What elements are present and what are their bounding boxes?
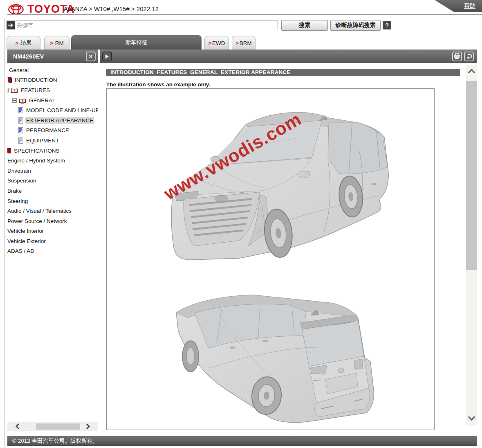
tree-item-adas-ad[interactable]: ADAS / AD <box>7 246 98 257</box>
tab-arrow-icon: > <box>50 40 53 46</box>
tab-results[interactable]: > 结果 <box>7 36 40 50</box>
hscroll-thumb[interactable] <box>36 423 80 430</box>
tree-item-vehicle-exterior[interactable]: Vehicle Exterior <box>7 236 98 246</box>
document-icon <box>18 117 23 124</box>
toyota-emblem-icon <box>8 4 24 15</box>
book-open-icon <box>11 87 18 93</box>
collapse-sidebar-icon[interactable] <box>102 52 112 61</box>
return-icon[interactable] <box>464 52 474 61</box>
tab-arrow-icon: > <box>235 40 239 46</box>
tree-item-steering[interactable]: Steering <box>7 196 98 206</box>
tab-rm[interactable]: > RM <box>44 36 69 50</box>
tab-ncf-label: 新车特征 <box>126 39 148 46</box>
tab-brm[interactable]: > BRM <box>232 36 256 50</box>
manual-id-title: NM4260EV <box>13 53 44 60</box>
scroll-left-icon[interactable] <box>15 423 20 430</box>
document-icon <box>18 127 23 133</box>
breadcrumb: AVANZA > W10# ,W15# > 2022.12 <box>64 5 159 12</box>
expander-minus-icon[interactable] <box>12 98 17 103</box>
document-content: INTRODUCTION FEATURES GENERAL EXTERIOR A… <box>100 63 466 434</box>
document-icon <box>18 107 23 113</box>
tree-item-features[interactable]: FEATURES <box>7 85 98 95</box>
tree-item-model-code[interactable]: MODEL CODE AND LINE-UP <box>7 105 98 115</box>
close-icon[interactable]: × <box>86 52 96 61</box>
content-vertical-scrollbar[interactable] <box>466 65 477 425</box>
tree-item-specifications[interactable]: SPECIFICATIONS <box>7 146 98 156</box>
tab-brm-label: BRM <box>240 40 252 46</box>
tree-item-introduction[interactable]: INTRODUCTION <box>7 75 98 86</box>
print-icon[interactable] <box>452 52 462 61</box>
vscroll-thumb[interactable] <box>466 81 477 270</box>
illustration-note: The illustration shows an example only. <box>106 81 210 88</box>
tab-ewd[interactable]: > EWD <box>204 36 229 50</box>
expander-minus-icon[interactable] <box>7 88 9 92</box>
help-link[interactable]: 帮助 <box>464 2 475 10</box>
dtc-search-button[interactable]: 诊断故障码搜索 <box>330 20 381 31</box>
tab-ewd-label: EWD <box>212 40 225 46</box>
search-help-button[interactable]: ? <box>383 21 391 29</box>
sidebar-horizontal-scrollbar[interactable] <box>7 422 98 431</box>
help-tab[interactable]: 帮助 <box>435 0 482 12</box>
navigation-tree: General INTRODUCTION FE <box>7 63 98 256</box>
tree-item-suspension[interactable]: Suspension <box>7 176 98 186</box>
tree-item-general-root[interactable]: General <box>7 65 98 75</box>
navigation-tree-panel: General INTRODUCTION FE <box>7 63 98 422</box>
tree-item-equipment[interactable]: EQUIPMENT <box>7 135 98 146</box>
search-go-icon[interactable] <box>7 21 15 29</box>
tree-item-drivetrain[interactable]: Drivetrain <box>7 166 98 176</box>
tab-arrow-icon: > <box>16 40 19 46</box>
book-closed-icon <box>7 148 11 154</box>
tab-new-car-features[interactable]: 新车特征 <box>71 35 202 50</box>
tree-item-general[interactable]: GENERAL <box>7 95 98 106</box>
tab-results-label: 结果 <box>20 39 31 47</box>
tree-item-audio-visual-telematics[interactable]: Audio / Visual / Telematics <box>7 206 98 216</box>
tab-arrow-icon: > <box>208 40 211 46</box>
scroll-right-icon[interactable] <box>85 423 91 430</box>
document-icon <box>18 137 23 144</box>
illustration-frame: www.vwodis.com <box>106 88 435 430</box>
vehicle-rear-quarter-illustration <box>169 286 378 427</box>
tree-item-performance[interactable]: PERFORMANCE <box>7 126 98 136</box>
book-closed-icon <box>7 77 12 83</box>
section-title-bar: INTRODUCTION FEATURES GENERAL EXTERIOR A… <box>106 69 460 76</box>
tree-item-vehicle-interior[interactable]: Vehicle Interior <box>7 226 98 236</box>
copyright-text: © 2012 丰田汽车公司。版权所有。 <box>12 437 98 445</box>
far-front-wheel <box>182 341 199 372</box>
tree-item-brake[interactable]: Brake <box>7 186 98 196</box>
app-window: TOYOTA AVANZA > W10# ,W15# > 2022.12 帮助 … <box>0 0 482 448</box>
content-toolbar <box>100 50 477 63</box>
sidebar-header: NM4260EV × <box>7 50 98 63</box>
tree-item-engine-hybrid[interactable]: Engine / Hybrid System <box>7 155 98 166</box>
header-divider <box>7 14 482 15</box>
search-button[interactable]: 搜索 <box>281 20 328 31</box>
tab-rm-label: RM <box>55 40 64 46</box>
tree-item-power-source-network[interactable]: Power Source / Network <box>7 216 98 226</box>
keyword-search-box <box>6 20 278 30</box>
window-left-border <box>4 18 4 448</box>
scroll-down-icon[interactable] <box>467 415 476 421</box>
tree-item-exterior-appearance[interactable]: EXTERIOR APPEARANCE <box>7 115 98 126</box>
keyword-input[interactable] <box>16 21 278 29</box>
book-open-icon <box>19 97 26 104</box>
scroll-up-icon[interactable] <box>467 68 476 74</box>
copyright-footer: © 2012 丰田汽车公司。版权所有。 <box>7 436 477 446</box>
